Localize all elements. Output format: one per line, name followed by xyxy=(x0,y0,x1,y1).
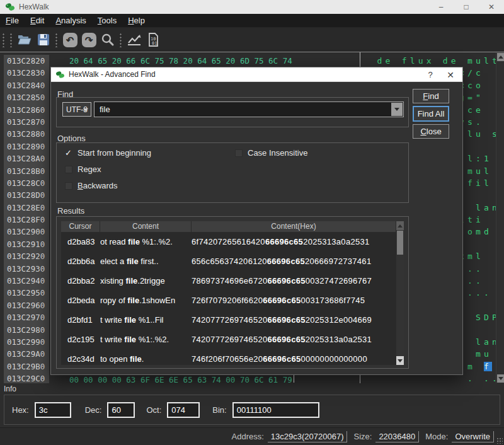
chart-button[interactable] xyxy=(125,30,144,49)
address-row[interactable]: 013C28C0 xyxy=(4,177,49,189)
result-row[interactable]: d2bb6a elect a file first.. 656c65637420… xyxy=(61,251,404,271)
bin-field-input[interactable]: 00111100 xyxy=(232,402,319,418)
results-scrollbar[interactable] xyxy=(396,221,404,365)
address-row[interactable]: 013C29C0 xyxy=(4,373,49,383)
find-button[interactable]: Find xyxy=(413,89,449,103)
down-arrow-icon xyxy=(398,359,403,362)
hex-bytes-row-top[interactable]: 20 64 65 20 66 6C 75 78 20 64 65 20 6D 7… xyxy=(69,56,292,66)
checkbox-box xyxy=(65,182,72,190)
results-scroll-down-button[interactable] xyxy=(396,356,404,365)
menubar: File Edit Analysis Tools Help xyxy=(0,14,504,28)
result-row[interactable]: d2c195 t write file %1:.%2. 742077726974… xyxy=(61,330,404,349)
address-row[interactable]: 013C2880 xyxy=(4,128,49,140)
undo-button[interactable]: ↶ xyxy=(60,30,79,49)
result-row[interactable]: d2ba83 ot read file %1:.%2. 6f7420726561… xyxy=(61,232,404,251)
maximize-button[interactable]: □ xyxy=(454,0,479,14)
column-header-cursor[interactable]: Cursor xyxy=(61,221,100,232)
address-row[interactable]: 013C2920 xyxy=(4,250,49,262)
address-row[interactable]: 013C28B0 xyxy=(4,165,49,177)
result-row[interactable]: d2bfd1 t write file %1..Fil 742077726974… xyxy=(61,310,404,330)
close-dialog-button[interactable]: Close xyxy=(413,124,449,139)
dialog-titlebar[interactable]: HexWalk - Advanced Find ? ✕ xyxy=(51,67,462,82)
resize-grip[interactable] xyxy=(496,437,503,444)
address-row[interactable]: 013C2960 xyxy=(4,299,49,311)
column-header-content-hex[interactable]: Content(Hex) xyxy=(192,221,396,232)
open-file-button[interactable] xyxy=(15,30,34,49)
menu-tools[interactable]: Tools xyxy=(92,14,122,26)
address-row[interactable]: 013C2820 xyxy=(4,55,49,67)
search-button[interactable] xyxy=(98,30,117,49)
column-header-content[interactable]: Content xyxy=(100,221,192,232)
address-column: 013C2820013C2830013C2840013C2850013C2860… xyxy=(4,55,49,383)
address-row[interactable]: 013C2830 xyxy=(4,67,49,79)
advanced-find-dialog: HexWalk - Advanced Find ? ✕ Find UTF-8 f… xyxy=(50,67,463,375)
menu-analysis[interactable]: Analysis xyxy=(50,14,91,26)
result-cursor: d2bba2 xyxy=(61,276,100,286)
binary-file-icon: 10 01 xyxy=(147,32,159,47)
scroll-down-button[interactable] xyxy=(497,374,504,383)
menu-edit[interactable]: Edit xyxy=(25,14,50,26)
hex-field-input[interactable]: 3c xyxy=(35,402,71,418)
address-row[interactable]: 013C28D0 xyxy=(4,189,49,201)
result-content: t write file %1..Fil xyxy=(100,315,192,325)
menu-file[interactable]: File xyxy=(0,14,25,26)
results-scrollbar-thumb[interactable] xyxy=(397,231,403,255)
mode-label: Mode: xyxy=(425,432,448,441)
checkbox-box xyxy=(235,149,243,157)
hexwalk-window: HexWalk – □ ✕ File Edit Analysis Tools H… xyxy=(0,0,504,445)
address-row[interactable]: 013C2970 xyxy=(4,311,49,323)
address-row[interactable]: 013C2840 xyxy=(4,79,49,91)
checkbox-start-from-beginning[interactable]: ✓ Start from beginning xyxy=(65,148,151,158)
search-icon xyxy=(101,33,115,47)
dec-field-input[interactable]: 60 xyxy=(107,402,135,418)
dialog-help-button[interactable]: ? xyxy=(421,67,440,82)
up-arrow-icon xyxy=(498,55,503,59)
checkbox-regex[interactable]: ✓ Regex xyxy=(65,165,101,174)
address-row[interactable]: 013C2990 xyxy=(4,336,49,348)
encoding-select[interactable]: UTF-8 xyxy=(62,102,91,117)
result-row[interactable]: d2bba2 xisting file.2trigge 78697374696e… xyxy=(61,271,404,291)
oct-field-input[interactable]: 074 xyxy=(167,402,200,418)
address-row[interactable]: 013C2900 xyxy=(4,226,49,238)
toolbar-grip[interactable] xyxy=(119,32,123,47)
address-row[interactable]: 013C2940 xyxy=(4,275,49,287)
search-history-dropdown-button[interactable] xyxy=(391,103,403,116)
address-row[interactable]: 013C29A0 xyxy=(4,348,49,360)
result-row[interactable]: d2c34d to open file. 746f206f70656e20666… xyxy=(61,349,404,365)
toolbar-grip[interactable] xyxy=(55,32,59,47)
address-row[interactable]: 013C2860 xyxy=(4,104,49,116)
toolbar-grip[interactable] xyxy=(9,32,13,47)
hex-bytes-row-bottom[interactable]: 00 00 00 00 63 6F 6E 6E 65 63 74 00 70 6… xyxy=(69,375,292,383)
address-row[interactable]: 013C2950 xyxy=(4,287,49,299)
menu-help[interactable]: Help xyxy=(122,14,151,26)
close-button[interactable]: ✕ xyxy=(479,0,504,14)
main-vertical-scrollbar[interactable] xyxy=(496,52,504,383)
toolbar-grip[interactable] xyxy=(2,32,6,47)
binary-analysis-button[interactable]: 10 01 xyxy=(144,30,163,49)
save-file-button[interactable] xyxy=(34,30,53,49)
address-row[interactable]: 013C28A0 xyxy=(4,153,49,165)
find-all-button[interactable]: Find All xyxy=(413,106,449,122)
redo-button[interactable]: ↷ xyxy=(79,30,98,49)
checkbox-backwards[interactable]: ✓ Backwards xyxy=(65,181,118,190)
minimize-button[interactable]: – xyxy=(428,0,454,14)
address-row[interactable]: 013C2850 xyxy=(4,91,49,103)
address-row[interactable]: 013C29B0 xyxy=(4,361,49,373)
result-row[interactable]: d2beda ropy of file.1showEn 726f7079206f… xyxy=(61,291,404,310)
scroll-up-button[interactable] xyxy=(497,53,504,61)
mode-value[interactable]: Overwrite xyxy=(452,431,494,442)
status-bar: Address: 13c29c3(20720067) Size: 2203648… xyxy=(0,427,504,445)
dialog-close-button[interactable]: ✕ xyxy=(441,67,460,82)
address-row[interactable]: 013C28F0 xyxy=(4,214,49,226)
checkbox-case-insensitive[interactable]: ✓ Case Insensitive xyxy=(235,148,307,158)
results-scroll-up-button[interactable] xyxy=(396,221,404,230)
address-row[interactable]: 013C2910 xyxy=(4,238,49,250)
address-row[interactable]: 013C2930 xyxy=(4,263,49,275)
ascii-row[interactable]: de flux de mult xyxy=(364,55,500,67)
address-row[interactable]: 013C28E0 xyxy=(4,202,49,214)
search-input[interactable]: file xyxy=(94,101,404,117)
address-row[interactable]: 013C2890 xyxy=(4,141,49,153)
result-content-hex: 726f7079206f662066696c65003173686f7745 xyxy=(192,296,396,305)
address-row[interactable]: 013C2870 xyxy=(4,116,49,128)
address-row[interactable]: 013C2980 xyxy=(4,324,49,336)
